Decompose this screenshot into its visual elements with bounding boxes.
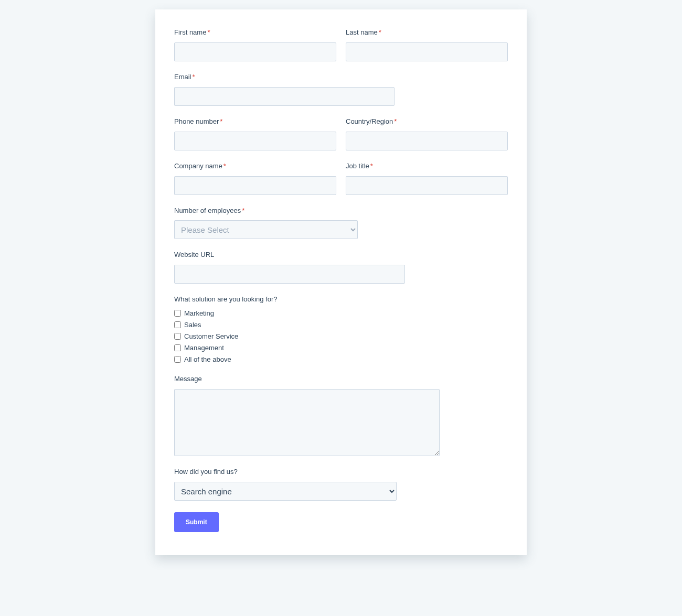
source-label: How did you find us? <box>174 468 397 477</box>
solution-checkbox-all[interactable] <box>174 356 181 363</box>
country-label: Country/Region* <box>346 117 508 126</box>
last-name-field: Last name* <box>346 28 508 61</box>
required-mark: * <box>193 73 195 81</box>
last-name-label: Last name* <box>346 28 508 37</box>
phone-input[interactable] <box>174 132 336 150</box>
first-name-input[interactable] <box>174 42 336 61</box>
employees-field: Number of employees* Please Select <box>174 207 358 240</box>
job-title-input[interactable] <box>346 176 508 195</box>
solution-option-marketing[interactable]: Marketing <box>174 309 508 317</box>
source-select[interactable]: Search engine <box>174 482 397 501</box>
employees-label: Number of employees* <box>174 207 358 215</box>
solution-checkbox-sales[interactable] <box>174 321 181 328</box>
website-field: Website URL <box>174 251 405 284</box>
email-input[interactable] <box>174 87 395 106</box>
company-input[interactable] <box>174 176 336 195</box>
last-name-input[interactable] <box>346 42 508 61</box>
solution-checkbox-management[interactable] <box>174 344 181 351</box>
solution-option-management[interactable]: Management <box>174 344 508 352</box>
solution-option-customer-service[interactable]: Customer Service <box>174 332 508 340</box>
required-mark: * <box>394 117 397 125</box>
required-mark: * <box>370 162 373 170</box>
message-textarea[interactable] <box>174 389 440 456</box>
solution-option-label: Sales <box>184 321 201 329</box>
country-input[interactable] <box>346 132 508 150</box>
solution-option-sales[interactable]: Sales <box>174 321 508 329</box>
job-title-label: Job title* <box>346 162 508 171</box>
email-field: Email* <box>174 73 395 106</box>
message-field: Message <box>174 375 440 456</box>
solution-option-all[interactable]: All of the above <box>174 355 508 363</box>
solution-option-label: Management <box>184 344 224 352</box>
phone-label: Phone number* <box>174 117 336 126</box>
message-label: Message <box>174 375 440 384</box>
required-mark: * <box>242 207 244 214</box>
solution-option-label: All of the above <box>184 355 231 363</box>
solution-checkbox-marketing[interactable] <box>174 310 181 317</box>
contact-form-card: First name* Last name* Email* <box>155 9 527 555</box>
email-label: Email* <box>174 73 395 82</box>
solution-group: What solution are you looking for? Marke… <box>174 295 508 363</box>
website-label: Website URL <box>174 251 405 260</box>
company-field: Company name* <box>174 162 336 195</box>
required-mark: * <box>220 117 222 125</box>
required-mark: * <box>207 28 210 36</box>
first-name-field: First name* <box>174 28 336 61</box>
phone-field: Phone number* <box>174 117 336 150</box>
first-name-label: First name* <box>174 28 336 37</box>
website-input[interactable] <box>174 265 405 284</box>
solution-label: What solution are you looking for? <box>174 295 508 303</box>
solution-option-label: Customer Service <box>184 332 238 340</box>
source-field: How did you find us? Search engine <box>174 468 397 501</box>
employees-select[interactable]: Please Select <box>174 220 358 239</box>
company-label: Company name* <box>174 162 336 171</box>
country-field: Country/Region* <box>346 117 508 150</box>
required-mark: * <box>379 28 381 36</box>
required-mark: * <box>223 162 226 170</box>
solution-option-label: Marketing <box>184 309 214 317</box>
submit-button[interactable]: Submit <box>174 512 219 532</box>
solution-checkbox-customer-service[interactable] <box>174 333 181 340</box>
job-title-field: Job title* <box>346 162 508 195</box>
